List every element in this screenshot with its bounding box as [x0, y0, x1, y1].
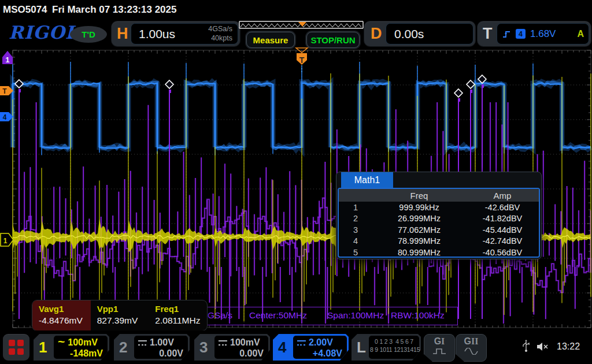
measure-button[interactable]: Measure	[246, 32, 295, 48]
table-row: 5 80.999MHz -40.56dBV	[339, 247, 539, 258]
channel1-box[interactable]: 1 100mV -148mV	[34, 334, 109, 361]
speaker-muted-icon[interactable]	[536, 342, 550, 351]
dc-coupling-icon	[138, 340, 147, 346]
measurement-freq1[interactable]: Freq1 2.0811MHz	[149, 300, 207, 330]
ch1-offset: -148mV	[58, 348, 104, 359]
fft-peak-diamond	[165, 80, 173, 88]
trigger-panel[interactable]: T 4 1.68V A	[478, 21, 591, 46]
datetime: Fri March 07 13:23:13 2025	[52, 4, 176, 16]
dc-coupling-icon	[219, 340, 227, 346]
table-row: 1 999.99kHz -42.6dBV	[339, 202, 539, 213]
dc-coupling-icon	[297, 340, 306, 346]
ch3-offset: 0.00V	[219, 348, 265, 359]
fft-span: Span:100MHz	[327, 310, 384, 321]
menu-button[interactable]	[3, 334, 29, 361]
waveform-preview-bar[interactable]	[239, 21, 364, 30]
rigol-logo: RIGOL	[9, 22, 79, 43]
table-row: 4 78.999MHz -42.74dBV	[339, 236, 539, 247]
math1-peak-table: Freq Amp 1 999.99kHz -42.6dBV 2 26.999MH…	[338, 188, 540, 258]
fft-rbw: RBW:100kHz	[391, 310, 445, 321]
table-row: 2 26.999MHz -41.82dBV	[339, 213, 539, 225]
trigger-slope-icon	[502, 29, 511, 39]
sine-wave-icon	[464, 348, 479, 355]
usb-icon	[522, 340, 530, 352]
col-freq: Freq	[372, 191, 466, 200]
svg-text:1: 1	[6, 56, 10, 64]
channel-status-bar: 1 100mV -148mV 2 1.00V 0.00V 3 100mV 0.0…	[0, 330, 592, 364]
trigger-level-value[interactable]: 1.68V	[530, 28, 556, 40]
fft-sample-rate: GSa/s	[208, 310, 232, 321]
delay-panel[interactable]: D 0.00s	[364, 21, 475, 46]
sample-rate: 4GSa/s	[208, 25, 232, 33]
clock: 13:22	[557, 341, 580, 352]
svg-text:4: 4	[3, 113, 7, 121]
titlebar: MSO5074 Fri March 07 13:23:13 2025	[0, 0, 592, 18]
svg-text:T: T	[2, 87, 7, 95]
header: RIGOL T'D H 1.00us 4GSa/s 40kpts Measure…	[0, 17, 592, 47]
math1-peak-table-popup[interactable]: Math1 Freq Amp 1 999.99kHz -42.6dBV 2 26…	[336, 172, 542, 259]
digital-label: L	[357, 339, 366, 356]
square-wave-icon	[432, 348, 447, 355]
trigger-status-badge: T'D	[70, 26, 107, 43]
ch2-scale: 1.00V	[150, 337, 174, 348]
timebase-value[interactable]: 1.00us	[139, 27, 175, 41]
math1-offset-marker[interactable]: 1	[2, 51, 13, 64]
d-label: D	[371, 25, 382, 42]
ch4-scale: 2.00V	[309, 337, 333, 348]
trigger-pin-label: T	[299, 55, 305, 65]
delay-value[interactable]: 0.00s	[394, 27, 424, 41]
channel3-box[interactable]: 3 100mV 0.00V	[194, 334, 270, 361]
channel4-box[interactable]: 4 2.00V +4.08V	[273, 334, 349, 361]
trigger-sweep-mode: A	[577, 29, 584, 39]
ac-coupling-icon	[58, 340, 65, 345]
model-name: MSO5074	[3, 4, 47, 16]
ch4-offset: +4.08V	[297, 348, 343, 359]
digital-channels-box[interactable]: L 0 1 2 3 4 5 6 7 8 9 1011 12131415	[352, 334, 421, 361]
trigger-source-badge: 4	[516, 29, 526, 39]
channel1-offset-marker[interactable]: 1	[1, 233, 13, 246]
h-label: H	[117, 25, 128, 42]
measurement-vavg1[interactable]: Vavg1 -4.8476mV	[32, 300, 91, 330]
waveform-display-area[interactable]: T 1 T 4 1 GSa/s Center:50MHz Span:100MHz…	[0, 47, 592, 330]
generator1-button[interactable]: GI	[424, 334, 455, 362]
digital-row-0-7: 0 1 2 3 4 5 6 7	[370, 337, 418, 346]
col-amp: Amp	[466, 191, 539, 200]
menu-grid-icon	[9, 340, 24, 355]
table-header: Freq Amp	[339, 189, 539, 202]
measurement-popup[interactable]: Vavg1 -4.8476mV Vpp1 827.39mV Freq1 2.08…	[32, 300, 208, 331]
ch1-scale: 100mV	[68, 337, 98, 348]
digital-row-8-15: 8 9 1011 12131415	[370, 346, 418, 354]
table-row: 3 77.062MHz -45.44dBV	[339, 224, 539, 236]
memory-depth: 40kpts	[211, 34, 232, 42]
channel2-box[interactable]: 2 1.00V 0.00V	[114, 334, 190, 361]
ch3-scale: 100mV	[230, 337, 260, 348]
horizontal-panel[interactable]: H 1.00us 4GSa/s 40kpts	[112, 21, 240, 46]
measurement-vpp1[interactable]: Vpp1 827.39mV	[91, 300, 149, 330]
math1-tab[interactable]: Math1	[341, 172, 393, 188]
ch2-offset: 0.00V	[138, 348, 184, 359]
fft-center: Center:50MHz	[249, 310, 307, 321]
t-label: T	[483, 25, 493, 42]
svg-text:1: 1	[3, 237, 8, 245]
stop-run-button[interactable]: STOP/RUN	[306, 32, 360, 48]
fft-peak-diamond	[454, 89, 462, 97]
generator2-button[interactable]: GII	[456, 334, 487, 362]
